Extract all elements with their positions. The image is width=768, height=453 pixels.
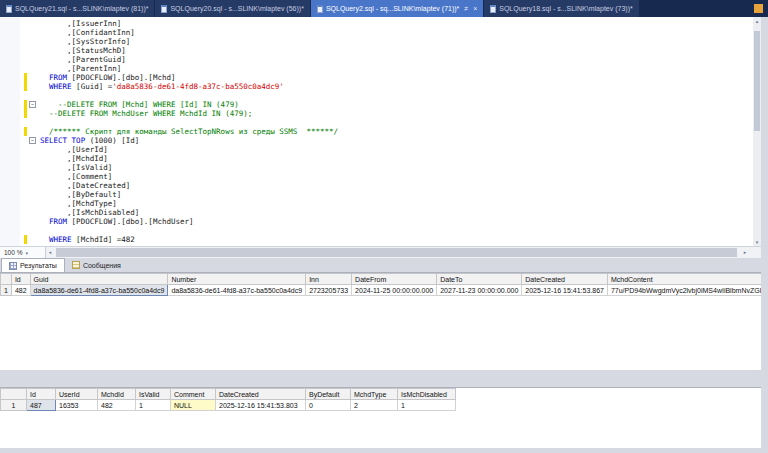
grid-column-header[interactable]: Number <box>168 274 306 285</box>
results-tab-label: Сообщения <box>83 262 121 269</box>
grid-cell[interactable]: 77u/PD94bWwgdmVyc2lvbj0iMS4wIiBlbmNvZGlu… <box>607 285 761 296</box>
grid-column-header[interactable]: ByDefault <box>306 389 351 400</box>
code-line[interactable]: ,[UserId] <box>0 145 753 154</box>
code-line[interactable]: ,[ByDefault] <box>0 190 753 199</box>
grid-cell[interactable]: 1 <box>398 400 456 411</box>
grid-cell[interactable]: 2025-12-16 15:41:53.803 <box>216 400 306 411</box>
grid-cell[interactable]: NULL <box>171 400 216 411</box>
code-line[interactable] <box>0 118 753 127</box>
document-tab[interactable]: SQLQuery20.sql - s...SLINK\mlaptev (56))… <box>155 0 309 17</box>
code-text: ,[ByDefault] <box>40 190 121 199</box>
grid-cell[interactable]: 1 <box>136 400 171 411</box>
status-indicator-icon[interactable] <box>754 4 763 13</box>
editor-vertical-scrollbar[interactable]: ▴ ▾ <box>753 17 761 246</box>
grid-cell[interactable]: 2723205733 <box>306 285 352 296</box>
code-line[interactable]: ,[MchdType] <box>0 199 753 208</box>
fold-collapse-icon[interactable]: − <box>29 137 36 144</box>
code-line[interactable]: ,[MchdId] <box>0 154 753 163</box>
grid-column-header[interactable]: DateFrom <box>352 274 437 285</box>
editor-horizontal-scrollbar[interactable]: ◂ ▸ <box>46 247 761 258</box>
grid-corner[interactable] <box>1 274 12 285</box>
code-line[interactable]: /****** Скрипт для команды SelectTopNRow… <box>0 127 753 136</box>
grid-column-header[interactable]: DateTo <box>437 274 522 285</box>
grid-cell[interactable]: da8a5836-de61-4fd8-a37c-ba550c0a4dc9 <box>30 285 168 296</box>
row-header[interactable]: 1 <box>1 400 27 411</box>
change-bar <box>24 127 27 136</box>
grid-cell[interactable]: 482 <box>98 400 136 411</box>
grid-cell[interactable]: 2027-11-23 00:00:00.000 <box>437 285 522 296</box>
grid-cell[interactable]: 2024-11-25 00:00:00.000 <box>352 285 437 296</box>
code-line[interactable]: ,[SysStorInfo] <box>0 37 753 46</box>
scroll-left-icon[interactable]: ◂ <box>46 247 54 258</box>
close-icon[interactable]: × <box>473 5 477 12</box>
zoom-level: 100 % <box>4 249 22 256</box>
grid-column-header[interactable]: IsValid <box>136 389 171 400</box>
grid-cell[interactable]: 487 <box>27 400 56 411</box>
scroll-down-icon[interactable]: ▾ <box>753 238 761 246</box>
code-line[interactable]: ,[ConfidantInn] <box>0 28 753 37</box>
scroll-up-icon[interactable]: ▴ <box>753 17 761 25</box>
code-token: ,[IsValid] <box>40 163 112 172</box>
document-tab[interactable]: SQLQuery21.sql - s...SLINK\mlaptev (81))… <box>0 0 154 17</box>
horizontal-scroll-thumb[interactable] <box>56 248 737 257</box>
grid-header-row: IdUserIdMchdIdIsValidCommentDateCreatedB… <box>1 389 456 400</box>
results-tab[interactable]: Сообщения <box>65 258 128 272</box>
grid-column-header[interactable]: DateCreated <box>522 274 608 285</box>
document-tab[interactable]: SQLQuery2.sql - sq...SLINK\mlaptev (71))… <box>311 0 483 17</box>
code-line[interactable]: ,[IssuerInn] <box>0 19 753 28</box>
results-tab[interactable]: Результаты <box>1 258 65 272</box>
code-text: WHERE [Guid] ='da8a5836-de61-4fd8-a37c-b… <box>40 82 284 91</box>
fold-collapse-icon[interactable]: − <box>29 101 36 108</box>
code-line[interactable]: ,[ParentGuid] <box>0 55 753 64</box>
code-token: ,[MchdId] <box>40 154 108 163</box>
grid-column-header[interactable]: Inn <box>306 274 352 285</box>
code-line[interactable] <box>0 91 753 100</box>
code-line[interactable]: ,[Comment] <box>0 172 753 181</box>
grid-column-header[interactable]: DateCreated <box>216 389 306 400</box>
zoom-control[interactable]: 100 % ▾ <box>0 247 46 258</box>
pin-icon[interactable]: ≠ <box>464 5 468 12</box>
code-line[interactable] <box>0 226 753 235</box>
code-text: /****** Скрипт для команды SelectTopNRow… <box>40 127 338 136</box>
code-token: [PDOCFLOW].[dbo].[MchdUser] <box>67 217 193 226</box>
grid-column-header[interactable]: UserId <box>56 389 98 400</box>
code-token: FROM <box>40 73 67 82</box>
grid-cell[interactable]: 0 <box>306 400 351 411</box>
grid-column-header[interactable]: Comment <box>171 389 216 400</box>
code-text: ,[StatusMchD] <box>40 46 126 55</box>
code-line[interactable]: FROM [PDOCFLOW].[dbo].[MchdUser] <box>0 217 753 226</box>
grid-column-header[interactable]: Id <box>27 389 56 400</box>
grid-corner[interactable] <box>1 389 27 400</box>
code-line[interactable]: ,[StatusMchD] <box>0 46 753 55</box>
code-line[interactable]: --DELETE FROM MchdUser WHERE MchdId IN (… <box>0 109 753 118</box>
code-line[interactable]: −SELECT TOP (1000) [Id] <box>0 136 753 145</box>
code-text: ,[DateCreated] <box>40 181 130 190</box>
code-line[interactable]: ,[IsMchDisabled] <box>0 208 753 217</box>
code-line[interactable]: ,[IsValid] <box>0 163 753 172</box>
code-token: FROM <box>40 217 67 226</box>
grid-column-header[interactable]: IsMchDisabled <box>398 389 456 400</box>
code-line[interactable]: WHERE [MchdId] =482 <box>0 235 753 244</box>
grid-cell[interactable]: 16353 <box>56 400 98 411</box>
code-text: ,[UserId] <box>40 145 108 154</box>
grid-cell[interactable]: 2025-12-16 15:41:53.867 <box>522 285 608 296</box>
grid-column-header[interactable]: MchdContent <box>607 274 761 285</box>
code-line[interactable]: WHERE [Guid] ='da8a5836-de61-4fd8-a37c-b… <box>0 82 753 91</box>
document-tab[interactable]: SQLQuery18.sql - s...SLINK\mlaptev (73))… <box>484 0 638 17</box>
grid-column-header[interactable]: Id <box>11 274 30 285</box>
scroll-right-icon[interactable]: ▸ <box>741 247 749 258</box>
vertical-scroll-thumb[interactable] <box>754 31 760 131</box>
grid-column-header[interactable]: Guid <box>30 274 168 285</box>
code-line[interactable]: ,[ParentInn] <box>0 64 753 73</box>
sql-editor[interactable]: ,[IssuerInn] ,[ConfidantInn] ,[SysStorIn… <box>0 17 753 246</box>
row-header[interactable]: 1 <box>1 285 12 296</box>
grid-cell[interactable]: da8a5836-de61-4fd8-a37c-ba550c0a4dc9 <box>168 285 306 296</box>
grid-cell[interactable]: 482 <box>11 285 30 296</box>
code-line[interactable]: FROM [PDOCFLOW].[dbo].[Mchd] <box>0 73 753 82</box>
grid-column-header[interactable]: MchdId <box>98 389 136 400</box>
grid-column-header[interactable]: MchdType <box>351 389 398 400</box>
code-line[interactable]: − --DELETE FROM [Mchd] WHERE [Id] IN (47… <box>0 100 753 109</box>
code-line[interactable]: ,[DateCreated] <box>0 181 753 190</box>
grid-cell[interactable]: 2 <box>351 400 398 411</box>
results-splitter[interactable] <box>0 370 768 387</box>
